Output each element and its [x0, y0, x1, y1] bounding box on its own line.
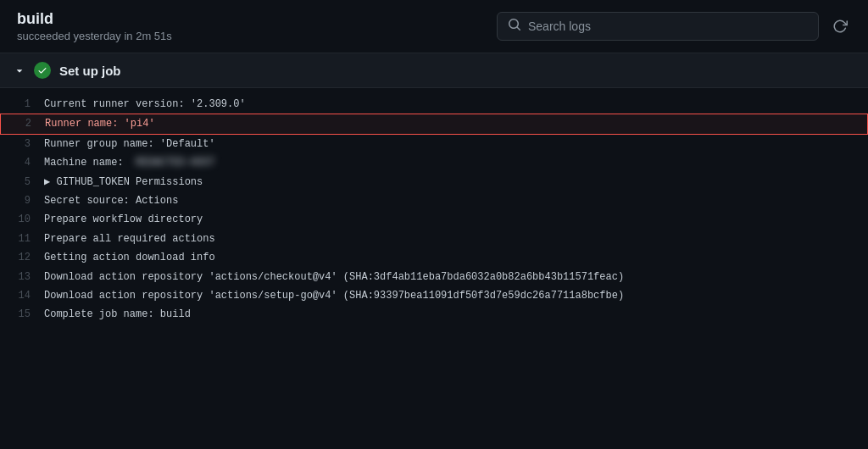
line-content: Prepare all required actions [44, 230, 868, 247]
redacted-text: REDACTED-HOST [136, 157, 215, 169]
log-line: 14Download action repository 'actions/se… [0, 286, 868, 305]
line-content: Machine name: REDACTED-HOST [44, 154, 868, 171]
log-line: 11Prepare all required actions [0, 230, 868, 248]
line-number: 2 [1, 115, 45, 132]
search-icon [508, 18, 521, 35]
header-left: build succeeded yesterday in 2m 51s [17, 10, 172, 42]
page-title: build [17, 10, 172, 28]
line-number: 3 [0, 136, 44, 152]
log-line: 4Machine name: REDACTED-HOST [0, 153, 868, 172]
line-number: 13 [0, 269, 44, 285]
collapse-button[interactable] [14, 64, 25, 76]
line-content: Download action repository 'actions/setu… [44, 287, 868, 304]
header: build succeeded yesterday in 2m 51s [0, 0, 868, 53]
line-content: Secret source: Actions [44, 192, 868, 209]
log-line: 1Current runner version: '2.309.0' [0, 95, 868, 114]
refresh-button[interactable] [829, 15, 851, 37]
log-line: 5▶ GITHUB_TOKEN Permissions [0, 173, 868, 191]
section-title: Set up job [59, 64, 121, 78]
line-content: Prepare workflow directory [44, 211, 868, 228]
line-content: Getting action download info [44, 249, 868, 266]
line-number: 14 [0, 287, 44, 304]
line-number: 10 [0, 211, 44, 228]
line-content: Runner group name: 'Default' [44, 136, 868, 152]
log-line: 15Complete job name: build [0, 305, 868, 324]
page-subtitle: succeeded yesterday in 2m 51s [17, 30, 172, 42]
line-content: Runner name: 'pi4' [45, 115, 867, 132]
line-number: 9 [0, 192, 44, 209]
success-icon [34, 62, 51, 79]
search-input[interactable] [528, 19, 808, 33]
section-header: Set up job [0, 53, 868, 88]
log-line: 10Prepare workflow directory [0, 210, 868, 229]
line-content: Download action repository 'actions/chec… [44, 269, 868, 285]
line-number: 11 [0, 230, 44, 247]
log-content: 1Current runner version: '2.309.0'2Runne… [0, 88, 868, 331]
log-line: 3Runner group name: 'Default' [0, 135, 868, 153]
line-number: 4 [0, 154, 44, 171]
line-content: Current runner version: '2.309.0' [44, 96, 868, 113]
header-right [497, 12, 851, 41]
line-number: 5 [0, 174, 44, 191]
line-number: 12 [0, 249, 44, 266]
line-content: Complete job name: build [44, 306, 868, 323]
log-line: 9Secret source: Actions [0, 191, 868, 210]
log-line: 12Getting action download info [0, 248, 868, 267]
log-line: 2Runner name: 'pi4' [0, 114, 868, 134]
line-content: ▶ GITHUB_TOKEN Permissions [44, 174, 868, 191]
search-container[interactable] [497, 12, 819, 41]
line-number: 1 [0, 96, 44, 113]
line-number: 15 [0, 306, 44, 323]
log-line: 13Download action repository 'actions/ch… [0, 268, 868, 286]
